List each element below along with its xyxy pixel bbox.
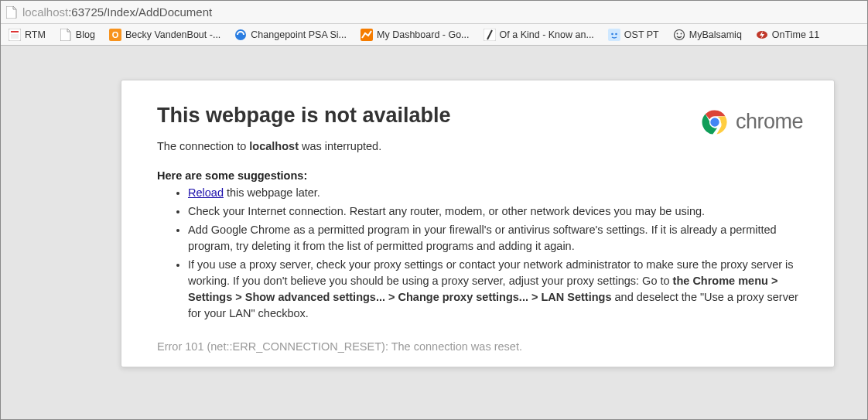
chrome-brand: chrome — [702, 109, 803, 135]
bookmark-ontime[interactable]: OnTime 11 — [750, 26, 825, 43]
bookmark-label: Changepoint PSA Si... — [251, 29, 347, 40]
svg-rect-2 — [11, 34, 19, 39]
suggestion-3: Add Google Chrome as a permitted program… — [188, 222, 803, 254]
bookmark-ofakind[interactable]: Of a Kind - Know an... — [477, 26, 600, 43]
bookmark-ostpt[interactable]: OST PT — [602, 26, 665, 43]
svg-point-12 — [674, 29, 684, 39]
bookmark-label: MyBalsamiq — [689, 29, 742, 40]
bookmark-label: Becky VandenBout -... — [125, 29, 220, 40]
bookmark-label: My Dashboard - Go... — [377, 29, 470, 40]
svg-point-10 — [611, 32, 613, 35]
url-text: localhost:63725/Index/AddDocument — [22, 5, 212, 19]
bookmarks-bar: RTM Blog O Becky VandenBout -... Changep… — [1, 24, 867, 46]
msg-host: localhost — [249, 140, 299, 152]
svg-point-14 — [680, 32, 682, 34]
error-code: Error 101 (net::ERR_CONNECTION_RESET): T… — [157, 340, 803, 353]
page-icon — [5, 6, 18, 19]
slash-icon — [484, 29, 496, 41]
bookmark-becky[interactable]: O Becky VandenBout -... — [103, 26, 227, 43]
suggestion-reload: Reload this webpage later. — [188, 185, 803, 201]
bookmark-label: RTM — [25, 29, 46, 40]
svg-point-13 — [676, 32, 678, 34]
bookmark-rtm[interactable]: RTM — [2, 26, 52, 43]
url-host: localhost — [22, 5, 68, 19]
suggestion-4: If you use a proxy server, check your pr… — [188, 257, 803, 322]
suggestions-header: Here are some suggestions: — [157, 169, 803, 182]
error-message: The connection to localhost was interrup… — [157, 140, 803, 152]
bookmark-changepoint[interactable]: Changepoint PSA Si... — [228, 26, 353, 43]
rtm-icon — [9, 29, 21, 41]
bookmark-label: Of a Kind - Know an... — [500, 29, 594, 40]
page-content: This webpage is not available chrome The… — [1, 46, 867, 367]
svg-rect-9 — [608, 29, 620, 41]
suggestions-list: Reload this webpage later. Check your In… — [188, 185, 803, 322]
bookmark-label: OnTime 11 — [772, 29, 819, 40]
svg-text:O: O — [112, 30, 119, 39]
svg-point-11 — [615, 32, 617, 35]
svg-point-18 — [710, 118, 719, 126]
bookmark-label: Blog — [76, 29, 95, 40]
msg-prefix: The connection to — [157, 140, 249, 152]
address-bar[interactable]: localhost:63725/Index/AddDocument — [1, 1, 867, 24]
reload-link[interactable]: Reload — [188, 186, 224, 199]
reload-rest: this webpage later. — [224, 186, 320, 199]
smile-icon — [673, 29, 685, 41]
error-card: This webpage is not available chrome The… — [121, 80, 835, 367]
bookmark-label: OST PT — [624, 29, 659, 40]
bolt-icon — [756, 29, 768, 41]
suggestion-2: Check your Internet connection. Restart … — [188, 203, 803, 220]
page-icon — [60, 29, 72, 41]
bookmark-mybalsamiq[interactable]: MyBalsamiq — [667, 26, 748, 43]
url-path: :63725/Index/AddDocument — [68, 5, 212, 19]
bookmark-blog[interactable]: Blog — [53, 26, 101, 43]
bookmark-dashboard[interactable]: My Dashboard - Go... — [354, 26, 476, 43]
chrome-word: chrome — [736, 110, 803, 134]
orange-o-icon: O — [109, 29, 121, 41]
orange-chart-icon — [361, 29, 373, 41]
svg-rect-1 — [11, 31, 19, 32]
msg-suffix: was interrupted. — [299, 140, 381, 152]
chrome-logo-icon — [702, 109, 728, 135]
face-blue-icon — [608, 29, 620, 41]
blue-circle-icon — [234, 29, 247, 41]
error-title: This webpage is not available — [157, 104, 451, 128]
